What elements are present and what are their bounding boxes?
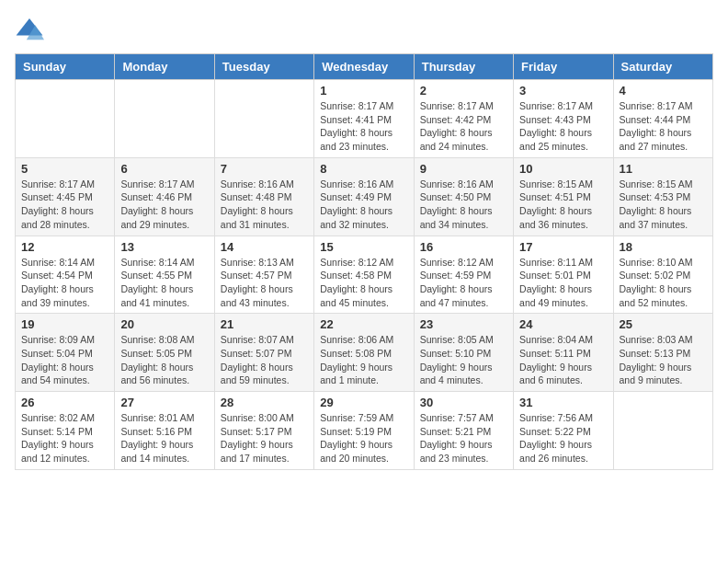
logo-icon	[15, 15, 44, 44]
day-info: Sunrise: 8:08 AMSunset: 5:05 PMDaylight:…	[120, 333, 208, 387]
day-number: 26	[21, 396, 108, 409]
calendar-cell: 3Sunrise: 8:17 AMSunset: 4:43 PMDaylight…	[514, 80, 613, 158]
calendar: SundayMondayTuesdayWednesdayThursdayFrid…	[15, 53, 713, 470]
day-info: Sunrise: 8:14 AMSunset: 4:55 PMDaylight:…	[120, 256, 208, 310]
day-info: Sunrise: 8:12 AMSunset: 4:59 PMDaylight:…	[420, 256, 507, 310]
day-info: Sunrise: 8:17 AMSunset: 4:41 PMDaylight:…	[320, 99, 407, 154]
day-number: 3	[519, 84, 607, 98]
calendar-cell: 20Sunrise: 8:08 AMSunset: 5:05 PMDayligh…	[115, 314, 214, 392]
calendar-cell: 9Sunrise: 8:16 AMSunset: 4:50 PMDaylight…	[414, 157, 513, 236]
day-number: 16	[420, 240, 507, 254]
day-number: 30	[420, 396, 507, 409]
day-info: Sunrise: 8:09 AMSunset: 5:04 PMDaylight:…	[21, 333, 108, 387]
day-number: 4	[620, 84, 707, 98]
calendar-week-row: 12Sunrise: 8:14 AMSunset: 4:54 PMDayligh…	[16, 236, 713, 314]
calendar-cell: 6Sunrise: 8:17 AMSunset: 4:46 PMDaylight…	[115, 157, 214, 236]
day-number: 19	[21, 317, 108, 331]
calendar-cell: 28Sunrise: 8:00 AMSunset: 5:17 PMDayligh…	[214, 392, 313, 470]
weekday-header: Tuesday	[214, 54, 313, 80]
calendar-cell	[115, 80, 214, 158]
calendar-cell: 16Sunrise: 8:12 AMSunset: 4:59 PMDayligh…	[414, 236, 513, 314]
day-info: Sunrise: 8:07 AMSunset: 5:07 PMDaylight:…	[221, 333, 308, 387]
calendar-cell: 15Sunrise: 8:12 AMSunset: 4:58 PMDayligh…	[314, 236, 414, 314]
day-info: Sunrise: 8:04 AMSunset: 5:11 PMDaylight:…	[519, 333, 607, 387]
calendar-cell: 12Sunrise: 8:14 AMSunset: 4:54 PMDayligh…	[16, 236, 115, 314]
calendar-week-row: 1Sunrise: 8:17 AMSunset: 4:41 PMDaylight…	[16, 80, 713, 158]
day-number: 31	[519, 396, 607, 409]
day-info: Sunrise: 8:13 AMSunset: 4:57 PMDaylight:…	[221, 256, 308, 310]
day-info: Sunrise: 7:59 AMSunset: 5:19 PMDaylight:…	[320, 411, 407, 465]
calendar-cell	[613, 392, 712, 470]
day-info: Sunrise: 8:03 AMSunset: 5:13 PMDaylight:…	[620, 333, 707, 387]
day-number: 17	[519, 240, 607, 254]
day-info: Sunrise: 8:16 AMSunset: 4:48 PMDaylight:…	[221, 178, 308, 232]
calendar-week-row: 26Sunrise: 8:02 AMSunset: 5:14 PMDayligh…	[16, 392, 713, 470]
calendar-cell: 2Sunrise: 8:17 AMSunset: 4:42 PMDaylight…	[414, 80, 513, 158]
day-number: 22	[320, 317, 407, 331]
day-info: Sunrise: 8:17 AMSunset: 4:44 PMDaylight:…	[620, 99, 707, 154]
day-number: 8	[320, 162, 407, 176]
day-number: 28	[221, 396, 308, 409]
weekday-header: Friday	[514, 54, 613, 80]
day-number: 27	[120, 396, 208, 409]
calendar-cell: 13Sunrise: 8:14 AMSunset: 4:55 PMDayligh…	[115, 236, 214, 314]
calendar-cell	[16, 80, 115, 158]
day-number: 23	[420, 317, 507, 331]
day-number: 7	[221, 162, 308, 176]
weekday-header: Thursday	[414, 54, 513, 80]
day-info: Sunrise: 8:16 AMSunset: 4:49 PMDaylight:…	[320, 178, 407, 232]
calendar-cell	[214, 80, 313, 158]
day-info: Sunrise: 7:56 AMSunset: 5:22 PMDaylight:…	[519, 411, 607, 465]
calendar-cell: 26Sunrise: 8:02 AMSunset: 5:14 PMDayligh…	[16, 392, 115, 470]
day-info: Sunrise: 8:15 AMSunset: 4:51 PMDaylight:…	[519, 178, 607, 232]
calendar-cell: 30Sunrise: 7:57 AMSunset: 5:21 PMDayligh…	[414, 392, 513, 470]
day-info: Sunrise: 8:17 AMSunset: 4:46 PMDaylight:…	[120, 178, 208, 232]
calendar-cell: 17Sunrise: 8:11 AMSunset: 5:01 PMDayligh…	[514, 236, 613, 314]
day-info: Sunrise: 8:02 AMSunset: 5:14 PMDaylight:…	[21, 411, 108, 465]
day-info: Sunrise: 8:10 AMSunset: 5:02 PMDaylight:…	[620, 256, 707, 310]
page-header	[15, 15, 713, 44]
day-number: 6	[120, 162, 208, 176]
calendar-cell: 24Sunrise: 8:04 AMSunset: 5:11 PMDayligh…	[514, 314, 613, 392]
day-info: Sunrise: 8:06 AMSunset: 5:08 PMDaylight:…	[320, 333, 407, 387]
day-number: 29	[320, 396, 407, 409]
day-info: Sunrise: 7:57 AMSunset: 5:21 PMDaylight:…	[420, 411, 507, 465]
day-info: Sunrise: 8:16 AMSunset: 4:50 PMDaylight:…	[420, 178, 507, 232]
calendar-cell: 4Sunrise: 8:17 AMSunset: 4:44 PMDaylight…	[613, 80, 712, 158]
calendar-cell: 21Sunrise: 8:07 AMSunset: 5:07 PMDayligh…	[214, 314, 313, 392]
logo	[15, 15, 48, 44]
day-number: 25	[620, 317, 707, 331]
day-info: Sunrise: 8:17 AMSunset: 4:45 PMDaylight:…	[21, 178, 108, 232]
day-number: 1	[320, 84, 407, 98]
weekday-header: Wednesday	[314, 54, 414, 80]
day-info: Sunrise: 8:01 AMSunset: 5:16 PMDaylight:…	[120, 411, 208, 465]
calendar-cell: 10Sunrise: 8:15 AMSunset: 4:51 PMDayligh…	[514, 157, 613, 236]
day-number: 20	[120, 317, 208, 331]
day-info: Sunrise: 8:17 AMSunset: 4:42 PMDaylight:…	[420, 99, 507, 154]
day-number: 13	[120, 240, 208, 254]
calendar-cell: 29Sunrise: 7:59 AMSunset: 5:19 PMDayligh…	[314, 392, 414, 470]
calendar-cell: 19Sunrise: 8:09 AMSunset: 5:04 PMDayligh…	[16, 314, 115, 392]
day-info: Sunrise: 8:00 AMSunset: 5:17 PMDaylight:…	[221, 411, 308, 465]
calendar-cell: 31Sunrise: 7:56 AMSunset: 5:22 PMDayligh…	[514, 392, 613, 470]
day-info: Sunrise: 8:15 AMSunset: 4:53 PMDaylight:…	[620, 178, 707, 232]
calendar-cell: 22Sunrise: 8:06 AMSunset: 5:08 PMDayligh…	[314, 314, 414, 392]
day-number: 15	[320, 240, 407, 254]
weekday-header: Monday	[115, 54, 214, 80]
weekday-header: Saturday	[613, 54, 712, 80]
calendar-cell: 5Sunrise: 8:17 AMSunset: 4:45 PMDaylight…	[16, 157, 115, 236]
day-info: Sunrise: 8:05 AMSunset: 5:10 PMDaylight:…	[420, 333, 507, 387]
calendar-cell: 11Sunrise: 8:15 AMSunset: 4:53 PMDayligh…	[613, 157, 712, 236]
calendar-cell: 27Sunrise: 8:01 AMSunset: 5:16 PMDayligh…	[115, 392, 214, 470]
calendar-cell: 1Sunrise: 8:17 AMSunset: 4:41 PMDaylight…	[314, 80, 414, 158]
day-number: 9	[420, 162, 507, 176]
day-number: 21	[221, 317, 308, 331]
calendar-cell: 14Sunrise: 8:13 AMSunset: 4:57 PMDayligh…	[214, 236, 313, 314]
calendar-week-row: 5Sunrise: 8:17 AMSunset: 4:45 PMDaylight…	[16, 157, 713, 236]
calendar-week-row: 19Sunrise: 8:09 AMSunset: 5:04 PMDayligh…	[16, 314, 713, 392]
day-number: 24	[519, 317, 607, 331]
calendar-cell: 23Sunrise: 8:05 AMSunset: 5:10 PMDayligh…	[414, 314, 513, 392]
day-number: 12	[21, 240, 108, 254]
weekday-header: Sunday	[16, 54, 115, 80]
day-number: 14	[221, 240, 308, 254]
